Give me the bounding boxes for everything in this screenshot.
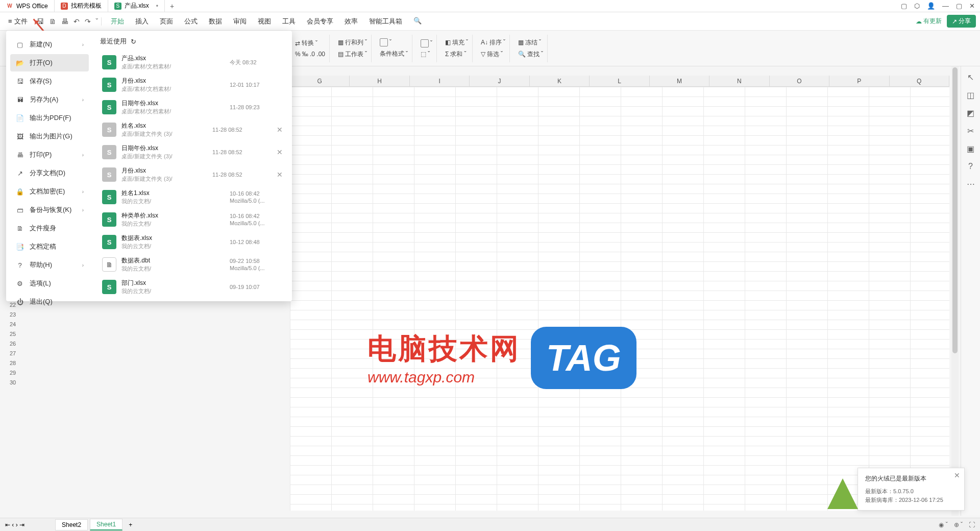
redo-icon[interactable]: ↷ <box>85 17 91 26</box>
refresh-icon[interactable]: ↻ <box>131 38 136 45</box>
cursor-icon[interactable]: ↖ <box>967 73 974 82</box>
minimize-icon[interactable]: — <box>942 2 949 10</box>
worksheet-button[interactable]: ▤ 工作表 ˇ <box>338 50 367 59</box>
search-icon[interactable]: 🔍 <box>413 17 422 26</box>
border-button[interactable]: ⬚ ˇ <box>421 51 432 58</box>
close-icon[interactable]: ✕ <box>274 148 286 156</box>
row-header[interactable]: 30 <box>5 378 20 388</box>
sum-button[interactable]: Σ 求和 ˇ <box>445 50 468 59</box>
tools-icon[interactable]: ✂ <box>967 126 974 136</box>
convert-button[interactable]: ⇄ 转换 ˇ <box>295 39 325 47</box>
row-header[interactable]: 27 <box>5 349 20 358</box>
undo-icon[interactable]: ↶ <box>74 17 80 26</box>
recent-item[interactable]: S 日期年份.xlsx桌面/素材/文档素材/ 11-28 09:23 <box>100 96 288 118</box>
file-menu-item[interactable]: 🖫保存(S) <box>10 73 89 90</box>
sheet-tab-active[interactable]: Sheet1 <box>90 519 122 530</box>
close-icon[interactable]: ✕ <box>274 171 286 179</box>
file-menu-item[interactable]: ↗分享文档(D) <box>10 164 89 182</box>
vertical-scrollbar[interactable] <box>951 66 959 516</box>
nav-first-icon[interactable]: ⇤ <box>5 521 10 528</box>
row-header[interactable]: 28 <box>5 358 20 368</box>
filter-button[interactable]: ▽ 筛选 ˇ <box>481 50 505 59</box>
percent-button[interactable]: % ‰ .0 .00 <box>295 51 325 58</box>
file-menu-item[interactable]: 📑文档定稿 <box>10 238 89 255</box>
tab-member[interactable]: 会员专享 <box>307 17 333 26</box>
col-header[interactable]: G <box>290 76 350 86</box>
share-button[interactable]: ↗ 分享 <box>947 15 976 28</box>
col-header[interactable]: N <box>709 76 769 86</box>
tab-wps[interactable]: WWPS Office <box>0 0 55 12</box>
bookmark-icon[interactable]: ▣ <box>967 144 974 154</box>
tab-smart[interactable]: 智能工具箱 <box>369 17 402 26</box>
zoom-icon[interactable]: ⊕ ˇ <box>954 521 963 528</box>
row-header[interactable]: 25 <box>5 329 20 339</box>
chart-icon[interactable]: ◩ <box>967 108 974 118</box>
cube-icon[interactable]: ⬡ <box>914 2 920 10</box>
avatar-icon[interactable]: 👤 <box>927 2 935 10</box>
print-icon[interactable]: 🖶 <box>61 17 68 26</box>
col-header[interactable]: L <box>590 76 649 86</box>
condfmt-button[interactable]: 条件格式 ˇ <box>380 50 408 58</box>
file-menu-item[interactable]: 🖬另存为(A)› <box>10 91 89 108</box>
tab-start[interactable]: 开始 <box>111 17 124 26</box>
file-menu-item[interactable]: ▢新建(N)› <box>10 36 89 53</box>
tab-tools[interactable]: 工具 <box>282 17 296 26</box>
tab-template[interactable]: D找稻壳模板 <box>55 0 108 12</box>
tab-view[interactable]: 视图 <box>258 17 271 26</box>
tab-insert[interactable]: 插入 <box>135 17 149 26</box>
expand-icon[interactable]: ⛶ <box>969 521 975 528</box>
col-header[interactable]: H <box>350 76 409 86</box>
cell-button[interactable]: ˇ <box>421 39 432 47</box>
more-icon[interactable]: ⋯ <box>967 179 975 189</box>
recent-item[interactable]: S 姓名1.xlsx我的云文档/ 10-16 08:42Mozilla/5.0 … <box>100 186 288 208</box>
tab-document[interactable]: S产品.xlsx• <box>108 0 165 12</box>
sort-button[interactable]: A↓ 排序 ˇ <box>481 38 505 47</box>
row-header[interactable]: 29 <box>5 368 20 378</box>
maximize-icon[interactable]: ▢ <box>956 2 962 10</box>
row-header[interactable]: 26 <box>5 339 20 349</box>
recent-item[interactable]: S 姓名.xlsx我的云文档/ 09-18 08:51Mozilla/5.0 (… <box>100 298 288 301</box>
freeze-button[interactable]: ▦ 冻结 ˇ <box>518 38 543 47</box>
close-icon[interactable]: ✕ <box>969 2 975 10</box>
help-icon[interactable]: ? <box>968 162 973 171</box>
sheet-add[interactable]: + <box>125 521 136 528</box>
col-header[interactable]: P <box>829 76 889 86</box>
tab-formula[interactable]: 公式 <box>184 17 198 26</box>
col-header[interactable]: M <box>650 76 709 86</box>
col-header[interactable]: Q <box>890 76 949 86</box>
nav-next-icon[interactable]: › <box>16 521 18 528</box>
recent-item[interactable]: S 部门.xlsx我的云文档/ 09-19 10:07 <box>100 276 288 298</box>
nav-last-icon[interactable]: ⇥ <box>19 521 24 528</box>
tab-review[interactable]: 审阅 <box>233 17 247 26</box>
col-header[interactable]: J <box>470 76 529 86</box>
merge-button[interactable]: ˇ <box>380 38 408 46</box>
update-button[interactable]: ☁ 有更新 <box>916 17 942 26</box>
file-menu-item[interactable]: ⚙选项(L) <box>10 275 89 292</box>
col-header[interactable]: O <box>770 76 829 86</box>
panel-icon[interactable]: ◫ <box>967 90 974 100</box>
file-menu-item[interactable]: ⏻退出(Q) <box>10 293 89 310</box>
rowcol-button[interactable]: ▦ 行和列 ˇ <box>338 38 367 47</box>
layout-icon[interactable]: ▢ <box>901 2 907 10</box>
file-menu-item[interactable]: 📄输出为PDF(F) <box>10 109 89 127</box>
row-header[interactable]: 24 <box>5 320 20 329</box>
recent-item[interactable]: S 数据表.xlsx我的云文档/ 10-12 08:48 <box>100 231 288 253</box>
recent-item[interactable]: S 种类单价.xlsx我的云文档/ 10-16 08:42Mozilla/5.0… <box>100 208 288 231</box>
recent-item[interactable]: S 月份.xlsx桌面/素材/文档素材/ 12-01 10:17 <box>100 74 288 96</box>
file-menu-button[interactable]: ≡文件 <box>4 15 32 28</box>
file-menu-item[interactable]: 🖶打印(P)› <box>10 146 89 163</box>
file-menu-item[interactable]: 🖼输出为图片(G) <box>10 128 89 145</box>
cell-grid[interactable] <box>290 87 949 511</box>
toast-close-icon[interactable]: ✕ <box>954 471 960 479</box>
file-menu-item[interactable]: 🔒文档加密(E)› <box>10 183 89 200</box>
col-header[interactable]: K <box>530 76 590 86</box>
view-icon[interactable]: ◉ ˇ <box>939 521 947 528</box>
sheet-tab[interactable]: Sheet2 <box>55 519 88 530</box>
file-menu-item[interactable]: 🗃备份与恢复(K)› <box>10 201 89 219</box>
recent-item[interactable]: S 日期年份.xlsx桌面/新建文件夹 (3)/ 11-28 08:52 ✕ <box>100 141 288 163</box>
tab-efficiency[interactable]: 效率 <box>345 17 358 26</box>
fill-button[interactable]: ◧ 填充 ˇ <box>445 38 468 47</box>
recent-item[interactable]: 🗎 数据表.dbt我的云文档/ 09-22 10:58Mozilla/5.0 (… <box>100 253 288 276</box>
recent-item[interactable]: S 产品.xlsx桌面/素材/文档素材/ 今天 08:32 <box>100 51 288 74</box>
recent-item[interactable]: S 姓名.xlsx桌面/新建文件夹 (3)/ 11-28 08:52 ✕ <box>100 118 288 141</box>
